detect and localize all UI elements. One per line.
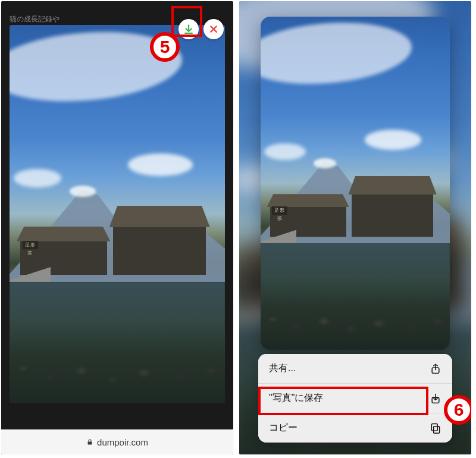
close-icon: [209, 24, 218, 34]
menu-item-share[interactable]: 共有...: [258, 354, 452, 384]
callout-label: 6: [454, 400, 464, 420]
rocks: [10, 350, 225, 396]
shop-sign: 足形茶: [23, 241, 38, 249]
buildings: [14, 222, 221, 275]
callout-box-6: [258, 387, 428, 415]
copy-icon: [430, 422, 441, 434]
svg-rect-3: [434, 426, 440, 433]
photo-scene: 足形茶: [10, 25, 225, 403]
menu-item-label: コピー: [269, 422, 298, 434]
underlying-page-text: 猫の成長記録や: [10, 14, 60, 24]
photo-scene: 足形茶: [261, 17, 450, 350]
image-preview-card[interactable]: 足形茶: [261, 17, 450, 350]
callout-badge-5: 5: [150, 32, 180, 62]
menu-item-label: 共有...: [269, 362, 296, 375]
share-icon: [430, 363, 441, 375]
lock-icon: [86, 438, 93, 446]
photo-preview[interactable]: 足形茶: [10, 25, 225, 403]
callout-badge-6: 6: [444, 395, 471, 425]
screenshot-right: 足形茶 共有... "写真"に保存 コピー 6: [239, 1, 471, 454]
svg-rect-0: [88, 442, 92, 445]
callout-box-5: [171, 6, 202, 37]
screenshot-left: 猫の成長記録や 足形茶: [1, 1, 233, 454]
safari-address-bar[interactable]: dumpoir.com: [1, 429, 233, 454]
close-button[interactable]: [203, 19, 224, 39]
svg-rect-4: [431, 424, 437, 431]
save-down-icon: [430, 393, 441, 404]
callout-label: 5: [160, 37, 170, 57]
menu-item-copy[interactable]: コピー: [258, 413, 452, 443]
address-domain: dumpoir.com: [97, 437, 148, 447]
